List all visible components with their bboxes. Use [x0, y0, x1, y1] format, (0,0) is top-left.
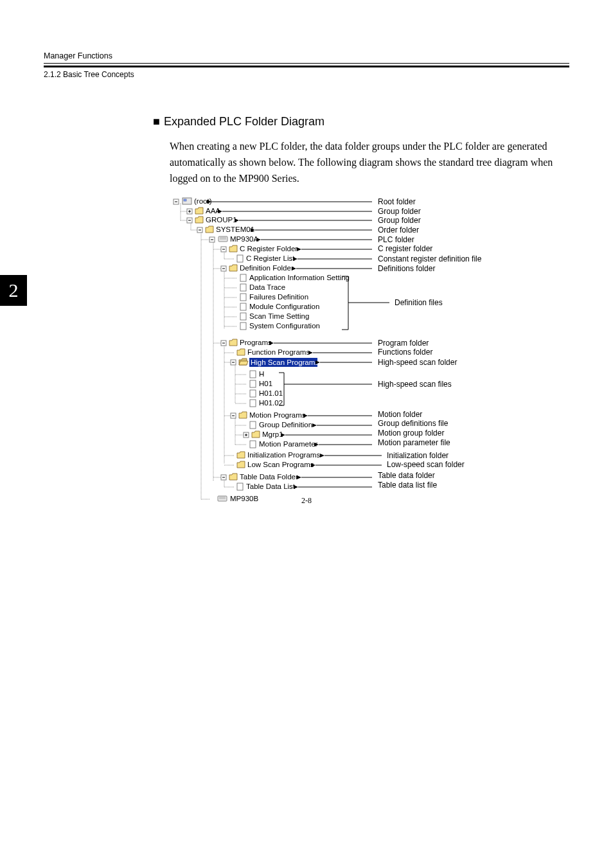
callout-label: Definition files: [395, 298, 443, 307]
folder-icon: [229, 339, 237, 346]
tree-node[interactable]: SYSTEM01: [216, 226, 254, 233]
tree-node[interactable]: Group Definition: [259, 421, 312, 429]
tree-node[interactable]: Programs: [240, 339, 272, 346]
callout-label: Group folder: [378, 216, 421, 225]
callout-label: Order folder: [378, 226, 419, 235]
tree-node[interactable]: C Register Folder: [240, 245, 298, 252]
callout-label: Group definitions file: [378, 419, 449, 428]
folder-icon: [239, 412, 247, 418]
file-icon: [237, 255, 243, 262]
tree-node[interactable]: C Register List: [246, 254, 295, 262]
tree-diagram: (root) AAA GROUP1 SYSTEM01 MP930A C Regi…: [170, 194, 542, 506]
running-header: Manager Functions: [44, 51, 569, 64]
tree-node[interactable]: H01.01: [259, 389, 283, 397]
tree-node[interactable]: Mgrp1: [262, 430, 283, 438]
callout-label: Program folder: [378, 339, 429, 348]
callout-label: Motion parameter file: [378, 438, 450, 447]
file-icon: [240, 284, 246, 291]
tree-node[interactable]: Motion Programs: [249, 411, 306, 419]
plc-icon: [218, 236, 227, 242]
file-icon: [237, 483, 243, 490]
tree-node[interactable]: GROUP1: [206, 216, 237, 224]
callout-label: High-speed scan folder: [378, 358, 457, 367]
tree-node[interactable]: Table Data Folder: [240, 473, 298, 481]
callout-label: Root folder: [378, 197, 416, 206]
section-heading-text: Expanded PLC Folder Diagram: [164, 115, 324, 128]
tree-node[interactable]: Module Configuration: [249, 303, 319, 310]
tree-node[interactable]: Application Information Setting: [249, 274, 350, 281]
tree-node[interactable]: Scan Time Setting: [249, 312, 309, 320]
callout-label: Functions folder: [378, 348, 432, 357]
tree-node[interactable]: (root): [194, 197, 212, 205]
folder-icon: [229, 474, 237, 480]
callout-label: Motion folder: [378, 410, 422, 419]
tree-node[interactable]: Data Trace: [249, 283, 285, 291]
tree-node[interactable]: AAA: [206, 207, 220, 215]
folder-icon: [229, 265, 237, 271]
folder-icon: [195, 208, 203, 214]
file-icon: [250, 441, 256, 448]
section-heading: ■Expanded PLC Folder Diagram: [153, 115, 569, 128]
callout-label: Initialization folder: [387, 451, 449, 460]
page-number: 2-8: [0, 496, 613, 506]
body-paragraph: When creating a new PLC folder, the data…: [170, 139, 569, 186]
callout-label: Low-speed scan folder: [387, 460, 465, 469]
file-icon: [240, 294, 246, 301]
tree-node[interactable]: Definition Folder: [240, 264, 294, 272]
tree-node[interactable]: Initialization Programs: [247, 451, 320, 459]
folder-icon: [237, 452, 245, 458]
file-icon: [250, 421, 256, 429]
callout-label: PLC folder: [378, 235, 414, 244]
file-icon: [240, 313, 246, 320]
callout-label: Table data list file: [378, 481, 437, 490]
tree-node[interactable]: System Configuration: [249, 322, 320, 330]
folder-icon: [252, 431, 260, 438]
root-icon: [182, 198, 191, 204]
file-icon: [240, 323, 246, 330]
file-icon: [250, 371, 256, 378]
tree-node[interactable]: MP930A: [230, 235, 258, 243]
folder-open-icon: [239, 359, 248, 365]
callout-label: Definitions folder: [378, 264, 435, 273]
tree-node[interactable]: Function Programs: [247, 348, 310, 356]
folder-icon: [237, 349, 245, 355]
tree-node[interactable]: Failures Definition: [249, 293, 308, 301]
folder-icon: [206, 226, 213, 233]
header-rule: [44, 66, 569, 67]
bullet-square-icon: ■: [153, 115, 160, 128]
tree-node-selected[interactable]: High Scan Programs: [251, 359, 319, 366]
folder-icon: [237, 461, 245, 468]
file-icon: [240, 303, 246, 310]
folder-icon: [195, 217, 203, 223]
file-icon: [240, 274, 246, 281]
callout-label: High-speed scan files: [378, 380, 452, 389]
file-icon: [250, 380, 256, 387]
callout-label: Table data folder: [378, 471, 435, 480]
callout-label: Group folder: [378, 207, 421, 216]
callout-label: Motion group folder: [378, 429, 444, 438]
tree-node[interactable]: Low Scan Programs: [247, 461, 314, 468]
section-number: 2.1.2 Basic Tree Concepts: [44, 70, 569, 79]
callout-label: C register folder: [378, 244, 432, 253]
tree-node[interactable]: H: [259, 370, 264, 378]
file-icon: [250, 400, 256, 407]
tree-node[interactable]: H01: [259, 380, 272, 387]
tree-node[interactable]: Motion Parameter: [259, 440, 318, 448]
callout-label: Constant register definition file: [378, 254, 482, 263]
folder-icon: [229, 245, 237, 252]
file-icon: [250, 390, 256, 397]
tree-node[interactable]: Table Data List: [246, 483, 296, 490]
